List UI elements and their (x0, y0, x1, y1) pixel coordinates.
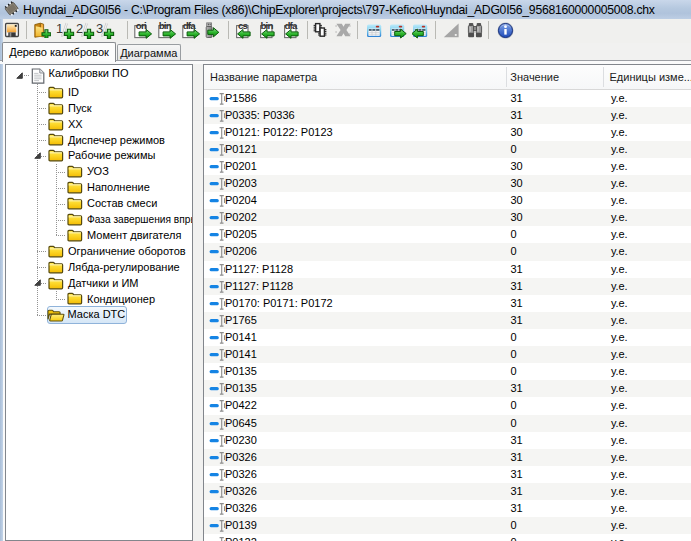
svg-text:ori: ori (135, 22, 146, 31)
